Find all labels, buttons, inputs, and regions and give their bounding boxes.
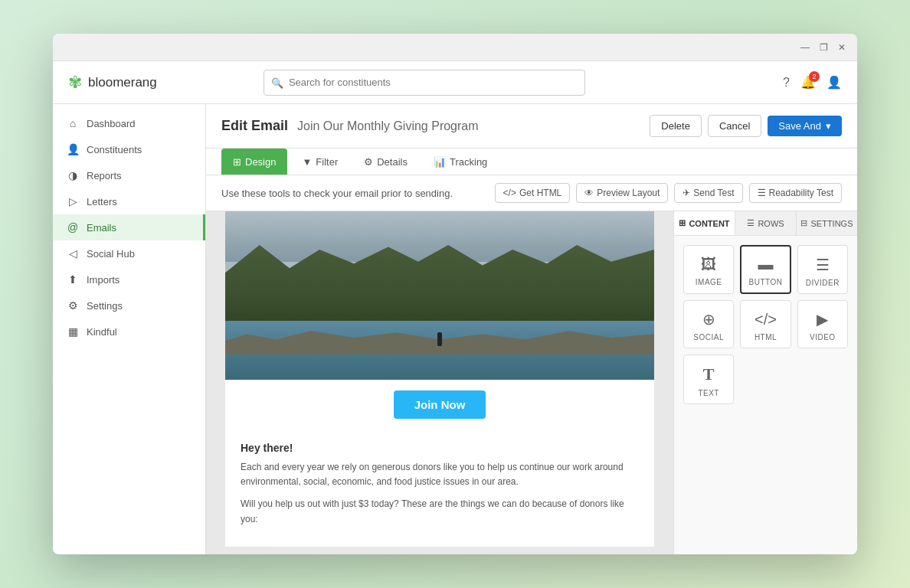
readability-label: Readability Test [769,188,834,198]
preview-icon: 👁 [584,188,594,198]
sidebar-item-social-hub[interactable]: ◁ Social Hub [53,240,205,266]
tracking-tab-icon: 📊 [434,156,446,168]
notification-badge: 2 [809,71,820,82]
preview-label: Preview Layout [597,188,660,198]
editor-toolbar: Use these tools to check your email prio… [206,175,857,211]
search-icon: 🔍 [271,77,283,88]
html-panel-icon: </> [755,311,777,328]
panel-item-image[interactable]: 🖼 IMAGE [683,245,734,294]
tab-details[interactable]: ⚙ Details [352,149,419,175]
readability-test-button[interactable]: ☰ Readability Test [749,183,843,203]
imports-icon: ⬆ [67,273,79,286]
tab-filter-label: Filter [316,156,338,168]
sidebar-item-reports[interactable]: ◑ Reports [53,162,205,188]
get-html-button[interactable]: </> Get HTML [495,183,571,203]
panel-item-divider[interactable]: ☰ DIVIDER [797,245,848,294]
panel-item-social[interactable]: ⊕ SOCIAL [683,300,734,348]
panel-item-button[interactable]: ▬ BUTTON [740,245,791,294]
details-tab-icon: ⚙ [364,156,373,168]
readability-icon: ☰ [758,188,766,198]
sidebar-item-imports[interactable]: ⬆ Imports [53,266,205,292]
minimize-button[interactable]: — [799,41,811,54]
html-panel-label: HTML [755,333,777,341]
kindful-icon: ▦ [67,325,79,338]
preview-layout-button[interactable]: 👁 Preview Layout [576,183,668,203]
help-icon[interactable]: ? [783,76,790,90]
cancel-button[interactable]: Cancel [708,115,761,137]
button-panel-icon: ▬ [758,256,773,273]
video-panel-icon: ▶ [817,310,828,328]
sidebar-item-emails[interactable]: @ Emails [53,214,205,240]
save-dropdown-icon[interactable]: ▾ [826,120,831,132]
panel-tabs: ⊞ CONTENT ☰ ROWS ⊟ SETTINGS [674,211,857,236]
panel-content-grid: 🖼 IMAGE ▬ BUTTON ☰ DIVIDER [674,236,857,413]
constituents-icon: 👤 [67,143,79,155]
letters-icon: ▷ [67,195,79,207]
logo[interactable]: ✾ bloomerang [68,73,157,93]
page-title: Edit Email [221,118,288,134]
email-body-paragraph-2: Will you help us out with just $3 today?… [241,497,639,526]
titlebar: — ❐ ✕ [53,34,857,61]
social-panel-icon: ⊕ [702,310,715,328]
tab-filter[interactable]: ▼ Filter [290,149,349,175]
toolbar-action-buttons: </> Get HTML 👁 Preview Layout ✈ Send Tes… [495,183,842,203]
sidebar-item-label: Dashboard [87,118,136,129]
notifications-icon[interactable]: 🔔 2 [800,75,816,90]
sidebar-item-kindful[interactable]: ▦ Kindful [53,318,205,345]
header-actions: ? 🔔 2 👤 [783,75,842,90]
tab-tracking[interactable]: 📊 Tracking [422,149,499,175]
panel-tab-rows-label: ROWS [758,219,784,228]
figure-layer [437,332,442,346]
save-and-label: Save And [778,120,821,132]
page-subtitle: Join Our Monthly Giving Program [297,119,479,133]
send-test-icon: ✈ [682,188,690,198]
sidebar-item-constituents[interactable]: 👤 Constituents [53,136,205,162]
panel-tab-settings[interactable]: ⊟ SETTINGS [797,211,857,235]
sidebar-item-dashboard[interactable]: ⌂ Dashboard [53,110,205,136]
get-html-label: Get HTML [519,188,561,198]
sidebar-item-label: Imports [87,274,119,286]
panel-tab-rows[interactable]: ☰ ROWS [735,211,797,235]
maximize-button[interactable]: ❐ [817,41,830,54]
panel-tab-settings-label: SETTINGS [810,219,853,228]
panel-item-html[interactable]: </> HTML [740,300,791,348]
logo-text: bloomerang [88,75,157,90]
delete-button[interactable]: Delete [650,115,702,137]
panel-item-text[interactable]: T TEXT [683,354,734,404]
email-greeting: Hey there! [241,442,639,454]
save-and-button[interactable]: Save And ▾ [768,116,842,136]
email-tabs: ⊞ Design ▼ Filter ⚙ Details 📊 [206,149,857,175]
get-html-icon: </> [503,188,516,198]
sidebar-item-label: Reports [87,170,122,181]
app-body: ✾ bloomerang 🔍 ? 🔔 2 👤 [53,61,857,554]
app-window: — ❐ ✕ ✾ bloomerang 🔍 ? 🔔 [53,34,857,554]
send-test-button[interactable]: ✈ Send Test [674,183,742,203]
main-layout: ⌂ Dashboard 👤 Constituents ◑ Reports ▷ L… [53,104,857,554]
search-input[interactable] [264,70,585,96]
divider-panel-icon: ☰ [816,256,830,274]
social-panel-label: SOCIAL [693,333,724,341]
email-body-paragraph-1: Each and every year we rely on generous … [241,460,639,489]
sidebar-item-letters[interactable]: ▷ Letters [53,188,205,214]
reports-icon: ◑ [67,169,79,181]
account-icon[interactable]: 👤 [827,75,842,90]
email-canvas[interactable]: Join Now Hey there! Each and every year … [206,211,673,554]
panel-tab-content[interactable]: ⊞ CONTENT [674,211,735,235]
sidebar-item-settings[interactable]: ⚙ Settings [53,292,205,318]
emails-icon: @ [67,221,79,234]
image-panel-icon: 🖼 [701,256,716,273]
search-bar-container: 🔍 [264,70,585,96]
header-buttons: Delete Cancel Save And ▾ [650,115,842,137]
close-button[interactable]: ✕ [836,41,848,54]
tab-design[interactable]: ⊞ Design [221,149,287,175]
sidebar-item-label: Emails [87,222,116,234]
panel-item-video[interactable]: ▶ VIDEO [797,300,848,348]
panel-tab-content-label: CONTENT [689,219,729,228]
toolbar-message: Use these tools to check your email prio… [221,188,453,199]
video-panel-label: VIDEO [810,333,836,341]
sidebar-item-label: Social Hub [87,248,135,260]
divider-panel-label: DIVIDER [806,279,840,287]
sidebar-item-label: Settings [87,300,123,312]
tab-details-label: Details [377,156,408,168]
join-now-button[interactable]: Join Now [394,390,486,419]
